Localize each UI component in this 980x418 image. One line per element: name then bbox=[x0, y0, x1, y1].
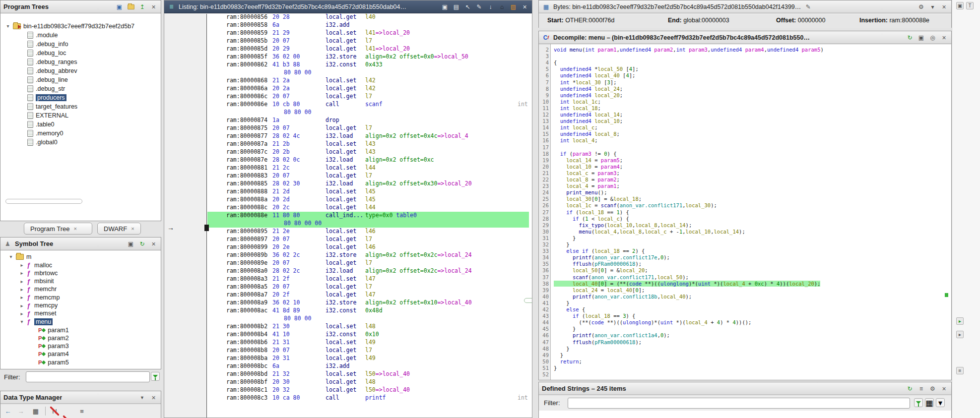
decompile-code-line[interactable]: } bbox=[554, 235, 576, 241]
listing-row[interactable]: ram:8000085620 28local.getl40 bbox=[164, 14, 532, 21]
cursor-arrow-icon[interactable]: ↖ bbox=[463, 2, 472, 11]
listing-row[interactable]: ram:8000088821 2dlocal.setl45 bbox=[164, 187, 532, 195]
horizontal-scrollbar[interactable] bbox=[5, 199, 82, 204]
program-tree-root[interactable]: ▾bin-e11db0983c7eeeff79d32b7eef2d5b7 bbox=[5, 22, 134, 30]
program-tree-item-debug_abbrev[interactable]: .debug_abbrev bbox=[27, 66, 77, 75]
listing-row[interactable]: ram:8000086a20 2alocal.getl42 bbox=[164, 84, 532, 92]
symbol-item-memchr[interactable]: ▸ƒmemchr bbox=[19, 285, 57, 294]
window-icon[interactable]: ▣ bbox=[115, 2, 124, 11]
listing-row[interactable]: ram:8000086241 b3 88i32.const0x433 bbox=[164, 60, 532, 68]
listing-row[interactable]: ram:800008c310 ca 80callprintfint bbox=[164, 394, 532, 402]
pencil-icon[interactable]: ✎ bbox=[804, 2, 812, 11]
decompile-code-line[interactable]: if (1 < local_c) { bbox=[554, 216, 629, 222]
home-icon[interactable]: ⌂ bbox=[498, 2, 506, 11]
decompile-code-line[interactable]: local_10 = param4; bbox=[554, 164, 623, 170]
decompile-code-line[interactable]: local_40[0] = (**(code **)((ulonglong)*(… bbox=[554, 281, 820, 287]
decompile-code-line[interactable]: local_8 = param2; bbox=[554, 177, 620, 183]
symbol-filter-input[interactable] bbox=[26, 371, 150, 382]
listing-row[interactable]: ram:800008b441 10i32.const0x10 bbox=[164, 330, 532, 338]
decompile-code-line[interactable]: menu(local_4,local_8,local_c + -1,local_… bbox=[554, 229, 745, 235]
dock-marker-icon[interactable]: ▸ bbox=[956, 317, 964, 325]
decompile-code-line[interactable]: local_1c = scanf(anon_var.conflict171,lo… bbox=[554, 202, 717, 209]
close-icon[interactable]: × bbox=[940, 384, 948, 393]
listing-row[interactable]: ram:8000085f36 02 00i32.storealign=0x2 o… bbox=[164, 53, 532, 60]
symbol-item-malloc[interactable]: ▸ƒmalloc bbox=[19, 261, 52, 269]
decompile-code-line[interactable]: return; bbox=[554, 358, 582, 365]
listing-row[interactable]: ram:800008c120 32local.getl50=>local_40 bbox=[164, 386, 532, 394]
decompile-code-line[interactable]: if (param3 != 0) { bbox=[554, 151, 617, 157]
decompile-code-line[interactable]: } bbox=[554, 352, 563, 358]
listing-row[interactable]: ram:8000085921 29local.setl41=>local_20 bbox=[164, 29, 532, 37]
program-tree-item-EXTERNAL[interactable]: EXTERNAL bbox=[27, 111, 68, 119]
program-tree-item-debug_ranges[interactable]: .debug_ranges bbox=[27, 58, 77, 66]
listing-row[interactable]: ram:8000089b36 02 2ci32.storealign=0x2 o… bbox=[164, 251, 532, 259]
refresh-icon[interactable]: ↻ bbox=[138, 239, 146, 248]
decompile-code-line[interactable]: local_50[0] = &local_20; bbox=[554, 267, 648, 274]
symbol-item-mbsinit[interactable]: ▸ƒmbsinit bbox=[19, 277, 54, 286]
strings-filter-input[interactable] bbox=[568, 398, 910, 409]
gear-icon[interactable]: ⚙ bbox=[917, 2, 925, 11]
grid-arrow-icon[interactable]: ▦ bbox=[31, 407, 40, 416]
decompile-code-line[interactable]: local_c = param3; bbox=[554, 170, 620, 177]
symbol-item-menu[interactable]: ▾ƒmenu bbox=[19, 317, 53, 326]
decompile-code-line[interactable]: fix_typo(local_10,local_8,local_14); bbox=[554, 222, 692, 229]
listing-row[interactable]: ram:8000085d20 29local.getl41=>local_20 bbox=[164, 45, 532, 53]
tab-close-icon[interactable]: × bbox=[131, 226, 134, 232]
decompile-view[interactable]: 2void menu(int param1,undefined4 param2,… bbox=[539, 44, 951, 380]
listing-row[interactable]: ram:800008b820 07local.getl7 bbox=[164, 346, 532, 354]
decompile-code-line[interactable]: void menu(int param1,undefined4 param2,i… bbox=[554, 47, 824, 53]
decompile-code-line[interactable]: int *local_30 [3]; bbox=[554, 79, 617, 86]
listing-row-continuation[interactable]: 80 80 00 bbox=[164, 314, 532, 322]
listing-row[interactable]: ram:8000088a20 2dlocal.getl45 bbox=[164, 195, 532, 203]
program-tree-item-target_features[interactable]: target_features bbox=[27, 102, 77, 111]
decompile-code-line[interactable]: else { bbox=[554, 306, 585, 313]
close-icon[interactable]: × bbox=[149, 393, 158, 402]
decompile-code-line[interactable]: int local_4; bbox=[554, 137, 598, 144]
listing-row[interactable]: ram:800008a720 2flocal.getl47 bbox=[164, 291, 532, 299]
listing-row[interactable]: ram:8000089521 2elocal.setl46 bbox=[164, 227, 532, 235]
folder-icon[interactable] bbox=[127, 2, 135, 11]
decompile-code-line[interactable]: printf(anon_var.conflict17e,0); bbox=[554, 254, 670, 261]
dock-window-icon[interactable]: ▣ bbox=[956, 2, 964, 9]
listing-row[interactable]: ram:8000089720 07local.getl7 bbox=[164, 235, 532, 243]
listing-row[interactable]: ram:8000088528 02 30i32.loadalign=0x2 of… bbox=[164, 179, 532, 187]
program-tree-item-module[interactable]: .module bbox=[27, 31, 58, 39]
listing-row[interactable]: ram:8000087e28 02 0ci32.loadalign=0x2 of… bbox=[164, 156, 532, 164]
decompile-code-line[interactable]: if (local_18 == 1) { bbox=[554, 209, 629, 216]
decompile-code-line[interactable]: int local_c; bbox=[554, 124, 598, 131]
listing-row[interactable]: ram:800008586ai32.add bbox=[164, 21, 532, 29]
filter-options-icon[interactable] bbox=[914, 398, 923, 407]
symbol-param-param4[interactable]: Pparam4 bbox=[38, 350, 69, 358]
decompile-code-line[interactable]: undefined4 local_10; bbox=[554, 118, 623, 124]
decompile-code-line[interactable]: } bbox=[554, 300, 570, 306]
listing-row[interactable]: ram:8000087c20 2blocal.getl43 bbox=[164, 148, 532, 156]
decompile-code-line[interactable]: undefined4 local_14; bbox=[554, 112, 623, 118]
splitter-handle[interactable] bbox=[524, 298, 532, 303]
listing-row[interactable]: ram:8000085b20 07local.getl7 bbox=[164, 37, 532, 45]
refresh-icon[interactable]: ↻ bbox=[906, 33, 914, 42]
decompile-code-line[interactable]: int local_18; bbox=[554, 105, 601, 112]
listing-row[interactable]: ram:800008b621 31local.setl49 bbox=[164, 338, 532, 346]
listing-row[interactable]: ram:800008bc6ai32.add bbox=[164, 362, 532, 370]
decompile-code-line[interactable]: undefined4 local_40 [4]; bbox=[554, 72, 635, 79]
listing-row-continuation[interactable]: 80 80 00 bbox=[164, 108, 532, 116]
program-tree-item-global0[interactable]: .global0 bbox=[27, 138, 58, 146]
dropdown-icon[interactable]: ▾ bbox=[936, 398, 945, 407]
decompile-code-line[interactable]: local_30[0] = &local_18; bbox=[554, 196, 642, 202]
program-tree-item-producers[interactable]: producers bbox=[27, 93, 66, 102]
paste-icon[interactable]: ▤ bbox=[452, 2, 460, 11]
listing-row[interactable]: ram:800008a321 2flocal.setl47 bbox=[164, 275, 532, 283]
table-icon[interactable]: ▦ bbox=[925, 398, 934, 407]
dock-marker-icon[interactable]: ▸ bbox=[956, 331, 964, 338]
decompile-code-line[interactable]: undefined4 *local_50 [4]; bbox=[554, 66, 639, 72]
listing-row[interactable]: ram:8000088c20 2clocal.getl44 bbox=[164, 203, 532, 211]
symbol-param-param2[interactable]: Pparam2 bbox=[38, 334, 69, 342]
listing-row[interactable]: ram:8000087520 07local.getl7 bbox=[164, 124, 532, 132]
listing-row[interactable]: ram:800008b221 30local.setl48 bbox=[164, 322, 532, 330]
listing-row[interactable]: ram:800008a028 02 2ci32.loadalign=0x2 of… bbox=[164, 267, 532, 275]
listing-row[interactable]: ram:8000086e10 cb 80callscanfint bbox=[164, 100, 532, 108]
symbol-tree-root[interactable]: ▾m bbox=[8, 252, 31, 261]
listing-row[interactable]: ram:8000087728 02 4ci32.loadalign=0x2 of… bbox=[164, 132, 532, 140]
listing-row[interactable]: ram:8000088e11 80 80call_ind...type=0x0 … bbox=[164, 211, 532, 219]
decompile-code-line[interactable]: local_14 = param5; bbox=[554, 157, 623, 164]
